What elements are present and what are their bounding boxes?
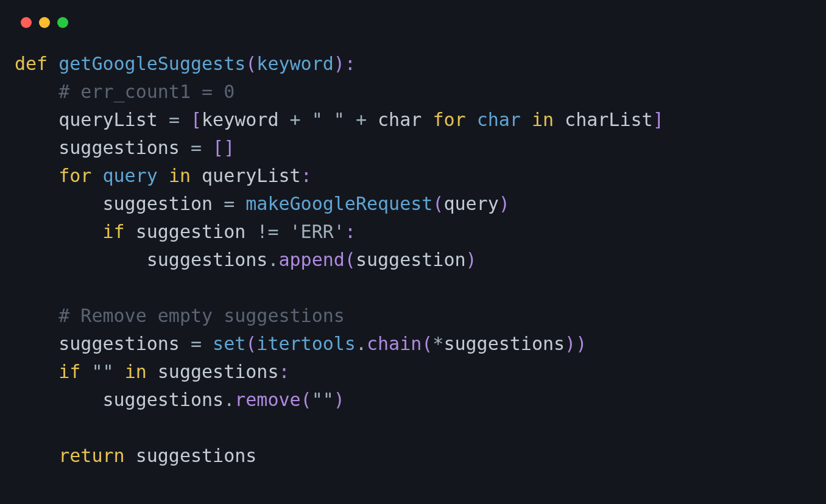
code-token: ): [466, 249, 477, 270]
code-token: ): [334, 389, 345, 410]
code-token: "": [312, 389, 334, 410]
code-token: suggestions: [15, 333, 191, 354]
window-minimize-button[interactable]: [39, 17, 50, 28]
code-token: suggestions: [15, 137, 191, 158]
code-token: itertools: [256, 333, 356, 354]
code-token: :: [279, 361, 290, 382]
code-token: [202, 333, 213, 354]
code-token: [80, 361, 91, 382]
code-token: suggestions: [443, 333, 565, 354]
code-token: # err_count1 = 0: [58, 81, 235, 102]
code-token: (: [432, 193, 443, 214]
code-token: queryList: [15, 109, 169, 130]
code-token: []: [213, 137, 235, 158]
window-close-button[interactable]: [21, 17, 32, 28]
code-token: (: [245, 333, 256, 354]
code-token: query: [443, 193, 498, 214]
code-token: [15, 361, 58, 382]
code-token: +: [356, 109, 367, 130]
code-token: [235, 193, 245, 214]
code-token: suggestions: [15, 389, 224, 410]
code-token: " ": [312, 109, 345, 130]
code-token: set: [213, 333, 245, 354]
code-token: .: [356, 333, 367, 354]
code-token: [15, 81, 58, 102]
code-token: [15, 221, 103, 242]
code-token: =: [191, 137, 202, 158]
code-token: getGoogleSuggests: [58, 53, 245, 74]
code-token: [114, 361, 125, 382]
code-token: suggestions: [125, 445, 257, 466]
code-token: query: [103, 165, 158, 186]
window-maximize-button[interactable]: [57, 17, 68, 28]
code-token: :: [301, 165, 312, 186]
code-token: for: [58, 165, 91, 186]
code-token: suggestion: [15, 193, 224, 214]
code-token: keyword: [202, 109, 290, 130]
code-token: [202, 137, 213, 158]
code-token: +: [290, 109, 301, 130]
code-token: .: [224, 389, 235, 410]
code-token: )): [565, 333, 587, 354]
code-token: [345, 109, 356, 130]
code-token: [: [191, 109, 202, 130]
code-token: in: [125, 361, 147, 382]
code-token: ):: [334, 53, 356, 74]
code-token: [91, 165, 102, 186]
code-token: *: [432, 333, 443, 354]
code-token: in: [169, 165, 191, 186]
code-token: if: [103, 221, 125, 242]
code-token: chain: [367, 333, 422, 354]
code-token: queryList: [191, 165, 301, 186]
code-token: [15, 305, 58, 326]
code-token: [15, 445, 58, 466]
code-token: (: [422, 333, 432, 354]
code-token: [301, 109, 312, 130]
code-token: "": [91, 361, 113, 382]
code-token: char: [477, 109, 521, 130]
code-token: =: [224, 193, 235, 214]
code-token: return: [58, 445, 124, 466]
code-token: [15, 165, 58, 186]
code-token: keyword: [256, 53, 333, 74]
code-token: ): [499, 193, 510, 214]
code-token: def: [15, 53, 48, 74]
code-token: (: [245, 53, 256, 74]
code-block: def getGoogleSuggests(keyword): # err_co…: [15, 50, 811, 470]
code-token: suggestion: [356, 249, 466, 270]
code-token: makeGoogleRequest: [245, 193, 432, 214]
code-token: [279, 221, 290, 242]
code-token: append: [278, 249, 344, 270]
code-window: def getGoogleSuggests(keyword): # err_co…: [0, 0, 826, 504]
code-token: [180, 109, 191, 130]
code-token: [466, 109, 477, 130]
code-token: remove: [235, 389, 300, 410]
code-token: (: [301, 389, 312, 410]
code-token: charList: [554, 109, 653, 130]
code-token: in: [532, 109, 554, 130]
code-token: 'ERR': [290, 221, 345, 242]
code-token: !=: [256, 221, 278, 242]
code-token: [521, 109, 532, 130]
code-token: suggestion: [125, 221, 257, 242]
macos-traffic-lights: [21, 17, 811, 28]
code-token: suggestions: [147, 361, 279, 382]
code-token: :: [345, 221, 356, 242]
code-token: char: [367, 109, 432, 130]
code-token: suggestions: [15, 249, 267, 270]
code-token: [158, 165, 169, 186]
code-token: for: [432, 109, 465, 130]
code-token: (: [345, 249, 356, 270]
code-token: # Remove empty suggestions: [58, 305, 345, 326]
code-token: =: [191, 333, 202, 354]
code-token: ]: [653, 109, 664, 130]
code-token: .: [267, 249, 278, 270]
code-token: =: [169, 109, 180, 130]
code-token: [48, 53, 58, 74]
code-token: if: [58, 361, 80, 382]
